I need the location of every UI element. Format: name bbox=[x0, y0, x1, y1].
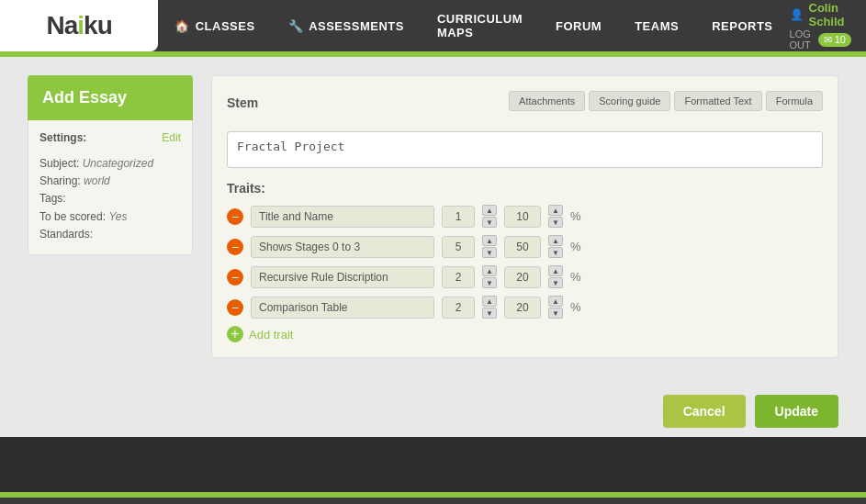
trait-pct-input-0[interactable] bbox=[504, 206, 541, 228]
trait-score-input-3[interactable] bbox=[442, 297, 475, 319]
table-row: − ▲ ▼ ▲ ▼ % bbox=[227, 235, 823, 258]
trait-score-spinner-0: ▲ ▼ bbox=[482, 205, 497, 228]
logout-link[interactable]: LOG OUT bbox=[790, 28, 811, 50]
sharing-label: Sharing: bbox=[39, 174, 81, 187]
sidebar: Add Essay Settings: Edit Subject: Uncate… bbox=[28, 75, 193, 358]
trait-pct-up-3[interactable]: ▲ bbox=[548, 296, 563, 307]
nav-item-reports-label: REPORTS bbox=[712, 19, 772, 33]
nav-item-forum[interactable]: FORUM bbox=[539, 0, 618, 51]
trait-pct-up-0[interactable]: ▲ bbox=[548, 205, 563, 216]
logo[interactable]: Naiku bbox=[0, 0, 158, 51]
nav-item-curriculum-maps[interactable]: CURRICULUM MAPS bbox=[421, 0, 539, 51]
subject-value: Uncategorized bbox=[83, 157, 153, 170]
trait-score-input-0[interactable] bbox=[442, 206, 475, 228]
trait-score-down-2[interactable]: ▼ bbox=[482, 277, 497, 288]
nav-item-assessments-label: ASSESSMENTS bbox=[309, 19, 404, 33]
trait-score-up-1[interactable]: ▲ bbox=[482, 235, 497, 246]
main-panel: Stem Attachments Scoring guide Formatted… bbox=[211, 75, 838, 358]
add-trait-label: Add trait bbox=[249, 328, 293, 342]
edit-link[interactable]: Edit bbox=[162, 131, 181, 144]
traits-label: Traits: bbox=[227, 181, 823, 196]
trait-score-down-3[interactable]: ▼ bbox=[482, 308, 497, 319]
pct-symbol-3: % bbox=[570, 300, 581, 314]
scored-label: To be scored: bbox=[39, 210, 106, 223]
trait-pct-up-2[interactable]: ▲ bbox=[548, 265, 563, 276]
trait-score-up-0[interactable]: ▲ bbox=[482, 205, 497, 216]
nav-item-teams-label: TEAMS bbox=[635, 19, 679, 33]
home-icon: 🏠 bbox=[174, 19, 190, 33]
tags-label: Tags: bbox=[39, 192, 66, 205]
logo-text: Naiku bbox=[46, 11, 111, 40]
stem-input[interactable]: Fractal Project bbox=[227, 131, 823, 168]
add-trait-button[interactable]: + Add trait bbox=[227, 326, 823, 342]
trait-name-input-1[interactable] bbox=[251, 236, 434, 258]
tab-formula[interactable]: Formula bbox=[766, 91, 823, 111]
main-content: Add Essay Settings: Edit Subject: Uncate… bbox=[0, 57, 866, 376]
trait-remove-button-0[interactable]: − bbox=[227, 208, 243, 225]
nav-item-forum-label: FORUM bbox=[556, 19, 602, 33]
table-row: − ▲ ▼ ▲ ▼ % bbox=[227, 296, 823, 319]
nav-user: 👤 Colin Schild LOG OUT ✉ 10 bbox=[790, 1, 866, 50]
trait-pct-input-1[interactable] bbox=[504, 236, 541, 258]
trait-score-spinner-3: ▲ ▼ bbox=[482, 296, 497, 319]
pct-symbol-1: % bbox=[570, 240, 581, 253]
trait-score-input-2[interactable] bbox=[442, 266, 475, 288]
pct-symbol-2: % bbox=[570, 270, 581, 284]
trait-pct-down-1[interactable]: ▼ bbox=[548, 247, 563, 258]
trait-pct-down-3[interactable]: ▼ bbox=[548, 308, 563, 319]
nav-items: 🏠 CLASSES 🔧 ASSESSMENTS CURRICULUM MAPS … bbox=[158, 0, 866, 51]
trait-pct-input-2[interactable] bbox=[504, 266, 541, 288]
trait-name-input-0[interactable] bbox=[251, 206, 434, 228]
update-button[interactable]: Update bbox=[755, 395, 838, 428]
trait-score-up-3[interactable]: ▲ bbox=[482, 296, 497, 307]
trait-score-spinner-1: ▲ ▼ bbox=[482, 235, 497, 258]
trait-score-input-1[interactable] bbox=[442, 236, 475, 258]
nav-item-classes-label: CLASSES bbox=[196, 19, 255, 33]
trait-name-input-2[interactable] bbox=[251, 266, 434, 288]
tab-attachments[interactable]: Attachments bbox=[509, 91, 585, 111]
trait-pct-spinner-1: ▲ ▼ bbox=[548, 235, 563, 258]
trait-pct-input-3[interactable] bbox=[504, 297, 541, 319]
trait-pct-up-1[interactable]: ▲ bbox=[548, 235, 563, 246]
nav-item-classes[interactable]: 🏠 CLASSES bbox=[158, 0, 271, 51]
cancel-button[interactable]: Cancel bbox=[663, 395, 746, 428]
traits-container: − ▲ ▼ ▲ ▼ % − ▲ ▼ ▲ ▼ bbox=[227, 205, 823, 319]
trait-remove-button-2[interactable]: − bbox=[227, 269, 243, 286]
sharing-value: world bbox=[84, 174, 110, 187]
trait-score-down-0[interactable]: ▼ bbox=[482, 217, 497, 228]
trait-score-up-2[interactable]: ▲ bbox=[482, 265, 497, 276]
trait-pct-down-0[interactable]: ▼ bbox=[548, 217, 563, 228]
trait-pct-spinner-2: ▲ ▼ bbox=[548, 265, 563, 288]
pct-symbol-0: % bbox=[570, 209, 581, 223]
tools-icon: 🔧 bbox=[288, 19, 304, 33]
trait-pct-down-2[interactable]: ▼ bbox=[548, 277, 563, 288]
settings-label: Settings: bbox=[39, 131, 86, 144]
trait-score-down-1[interactable]: ▼ bbox=[482, 247, 497, 258]
footer-dark bbox=[0, 437, 866, 492]
trait-pct-spinner-0: ▲ ▼ bbox=[548, 205, 563, 228]
sidebar-info: Subject: Uncategorized Sharing: world Ta… bbox=[39, 155, 181, 243]
navbar: Naiku 🏠 CLASSES 🔧 ASSESSMENTS CURRICULUM… bbox=[0, 0, 866, 51]
scored-value: Yes bbox=[108, 210, 127, 223]
message-count: 10 bbox=[835, 34, 846, 45]
message-badge[interactable]: ✉ 10 bbox=[818, 33, 851, 47]
trait-remove-button-3[interactable]: − bbox=[227, 299, 243, 316]
stem-label: Stem bbox=[227, 95, 258, 110]
trait-score-spinner-2: ▲ ▼ bbox=[482, 265, 497, 288]
user-icon: 👤 bbox=[790, 8, 804, 21]
tab-formatted-text[interactable]: Formatted Text bbox=[674, 91, 761, 111]
nav-item-assessments[interactable]: 🔧 ASSESSMENTS bbox=[272, 0, 421, 51]
nav-item-curriculum-maps-label: CURRICULUM MAPS bbox=[437, 12, 523, 39]
trait-remove-button-1[interactable]: − bbox=[227, 239, 243, 255]
user-name: Colin Schild bbox=[809, 1, 851, 28]
table-row: − ▲ ▼ ▲ ▼ % bbox=[227, 265, 823, 288]
nav-item-teams[interactable]: TEAMS bbox=[618, 0, 695, 51]
nav-item-reports[interactable]: REPORTS bbox=[695, 0, 789, 51]
add-trait-icon: + bbox=[227, 326, 243, 342]
envelope-icon: ✉ bbox=[824, 34, 832, 46]
trait-name-input-3[interactable] bbox=[251, 297, 434, 319]
table-row: − ▲ ▼ ▲ ▼ % bbox=[227, 205, 823, 228]
standards-label: Standards: bbox=[39, 228, 93, 241]
footer: © 2010-2015 Naiku • Support • Terms of U… bbox=[0, 498, 866, 504]
tab-scoring-guide[interactable]: Scoring guide bbox=[589, 91, 670, 111]
